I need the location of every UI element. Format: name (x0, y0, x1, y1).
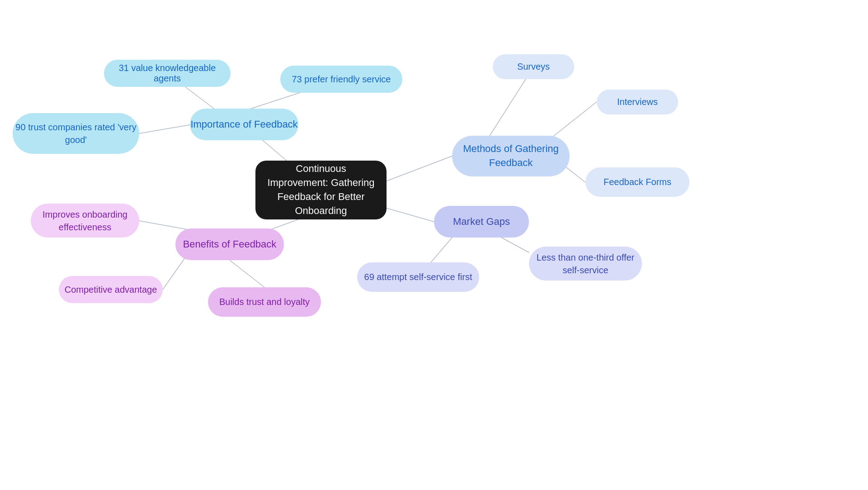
svg-line-4 (387, 156, 452, 181)
benefits-node: Benefits of Feedback (175, 228, 284, 260)
methods-node: Methods of Gathering Feedback (452, 136, 570, 176)
feedback-forms-node: Feedback Forms (585, 167, 689, 197)
competitive-node: Competitive advantage (59, 276, 163, 303)
improves-node: Improves onboarding effectiveness (31, 204, 139, 238)
market-gaps-node: Market Gaps (434, 206, 529, 238)
knowledgeable-node: 31 value knowledgeable agents (104, 60, 231, 87)
self-service-node: 69 attempt self-service first (357, 262, 479, 292)
svg-line-11 (230, 260, 264, 287)
svg-line-3 (139, 124, 192, 133)
svg-line-14 (497, 235, 529, 252)
importance-node: Importance of Feedback (190, 109, 298, 140)
friendly-node: 73 prefer friendly service (280, 66, 402, 93)
builds-trust-node: Builds trust and loyalty (208, 287, 321, 317)
interviews-node: Interviews (597, 90, 678, 114)
trust-companies-node: 90 trust companies rated 'very good' (13, 113, 139, 154)
less-third-node: Less than one-third offer self-service (529, 247, 642, 281)
center-node: Continuous Improvement: Gathering Feedba… (255, 161, 387, 219)
svg-line-12 (387, 208, 434, 222)
surveys-node: Surveys (493, 54, 574, 79)
